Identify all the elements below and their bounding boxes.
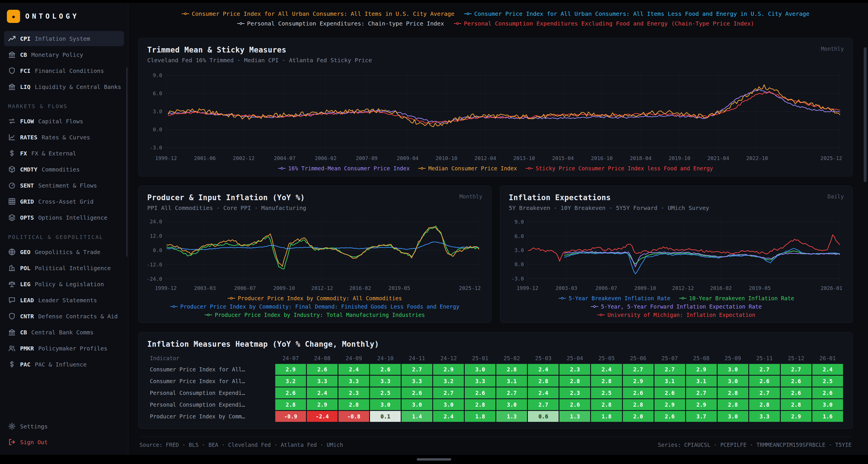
heatmap-cell: 3.1 [496,376,527,387]
heatmap-cell: 2.9 [686,364,717,375]
heatmap-col-header: 26-01 [812,353,843,363]
heatmap-cell: 2.8 [591,399,622,410]
svg-text:2016-10: 2016-10 [591,155,613,161]
heatmap-cell: 2.5 [370,388,401,398]
heatmap-table: Indicator24-0724-0824-0924-1024-1124-122… [147,353,844,423]
chart-canvas-trimmed-sticky[interactable]: 9.06.03.00.0-3.01999-122001-062002-12200… [147,68,844,162]
sidebar-item-cb-central-bank-comms[interactable]: CBCentral Bank Comms [4,325,124,340]
legend-item[interactable]: Producer Price Index by Commodity: All C… [228,295,402,301]
series-line [167,226,479,269]
chart-canvas-producer-input[interactable]: 24.012.00.0-12.0-24.01999-122003-032006-… [147,216,483,292]
heatmap-row: Personal Consumption Expendi…2.62.42.32.… [148,388,843,398]
legend-item[interactable]: 5-Year Breakeven Inflation Rate [559,295,671,301]
legend-item[interactable]: Personal Consumption Expenditures Exclud… [454,20,754,27]
bottom-bar [0,455,868,464]
sidebar-item-pac-pac-influence[interactable]: PACPAC & Influence [4,357,124,372]
item-code: RATES [20,134,37,141]
legend-item[interactable]: Consumer Price Index for All Urban Consu… [182,10,454,17]
sidebar-item-grid-cross-asset-grid[interactable]: GRIDCross-Asset Grid [4,194,124,209]
heatmap-cell: 2.9 [781,411,811,422]
section-header: POLITICAL & GEOPOLITICAL [4,226,124,243]
svg-text:2012-04: 2012-04 [474,155,496,161]
home-indicator[interactable] [417,458,451,461]
series-line [168,85,840,127]
heatmap-row: Consumer Price Index for All…2.92.62.42.… [148,364,843,375]
sidebar-item-opts-options-intelligence[interactable]: OPTSOptions Intelligence [4,210,124,225]
sidebar-item-cmdty-commodities[interactable]: CMDTYCommodities [4,162,124,177]
sidebar-item-cntr-defense-contracts-aid[interactable]: CNTRDefense Contracts & Aid [4,308,124,324]
bank-icon [8,328,16,336]
legend-item[interactable]: Median Consumer Price Index [418,165,517,171]
legend-item[interactable]: 10-Year Breakeven Inflation Rate [679,295,794,301]
heatmap-col-header: 25-11 [749,353,780,363]
heatmap-cell: 2.8 [275,399,306,410]
item-code: CB [20,51,27,58]
chart-legend: 16% Trimmed-Mean Consumer Price IndexMed… [147,165,844,171]
layers-icon [8,213,16,221]
heatmap-col-header: Indicator [148,353,274,363]
svg-text:2006-07: 2006-07 [595,285,617,291]
sidebar-item-geo-geopolitics-trade[interactable]: GEOGeopolitics & Trade [4,244,124,260]
sidebar-item-lead-leader-statements[interactable]: LEADLeader Statements [4,293,124,308]
sidebar-item-cpi-inflation-system[interactable]: CPIInflation System [4,31,124,46]
heatmap-cell: 2.6 [654,388,685,398]
heatmap-title: Inflation Measures Heatmap (YoY % Change… [147,340,844,349]
sidebar-item-settings[interactable]: Settings [4,419,124,434]
heatmap-cell: 2.7 [749,388,780,398]
legend-marker-icon [228,297,235,300]
sidebar-item-pol-political-intelligence[interactable]: POLPolitical Intelligence [4,260,124,275]
series-line [167,227,479,266]
sidebar-item-flow-capital-flows[interactable]: FLOWCapital Flows [4,113,124,129]
svg-text:1999-12: 1999-12 [155,285,177,291]
legend-marker-icon [418,167,426,170]
sidebar-scrollbar[interactable] [126,67,127,257]
sidebar-item-leg-policy-legislation[interactable]: LEGPolicy & Legislation [4,276,124,292]
legend-item[interactable]: Consumer Price Index for All Urban Consu… [464,10,809,17]
panel-header: Inflation Expectations 5Y Breakeven · 10… [509,193,844,211]
legend-item[interactable]: Producer Price Index by Industry: Total … [205,312,425,318]
legend-item[interactable]: University of Michigan: Inflation Expect… [597,312,755,318]
chart-legend: 5-Year Breakeven Inflation Rate10-Year B… [509,295,844,318]
sidebar-item-sent-sentiment-flows[interactable]: SENTSentiment & Flows [4,178,124,193]
svg-text:2026-01: 2026-01 [820,285,842,291]
item-label: Sign Out [20,439,48,445]
sidebar-item-rates-rates-curves[interactable]: RATESRates & Curves [4,130,124,145]
heatmap-cell: 2.9 [275,364,306,375]
heatmap-cell: 0.6 [528,411,559,422]
heatmap-cell: 2.6 [781,388,811,398]
heatmap-col-header: 25-12 [781,353,811,363]
chart-row: Producer & Input Inflation (YoY %) PPI A… [138,186,853,323]
heatmap-cell: 2.8 [465,399,495,410]
legend-marker-icon [464,12,472,15]
legend-item[interactable]: 5-Year, 5-Year Forward Inflation Expecta… [591,303,762,310]
legend-item[interactable]: 16% Trimmed-Mean Consumer Price Index [278,165,410,171]
legend-item[interactable]: Sticky Price Consumer Price Index less F… [526,165,713,171]
legend-label: Sticky Price Consumer Price Index less F… [536,165,713,171]
svg-text:2015-04: 2015-04 [552,155,574,161]
legend-label: 16% Trimmed-Mean Consumer Price Index [288,165,410,171]
sidebar-item-fci-financial-conditions[interactable]: FCIFinancial Conditions [4,63,124,78]
legend-label: Producer Price Index by Industry: Total … [215,312,425,318]
sidebar-item-cb-monetary-policy[interactable]: CBMonetary Policy [4,47,124,62]
sidebar-item-sign-out[interactable]: Sign Out [4,434,124,450]
sidebar-item-liq-liquidity-central-banks[interactable]: LIQLiquidity & Central Banks [4,79,124,94]
item-code: SENT [20,182,34,189]
main-scrollbar-thumb[interactable] [864,47,867,182]
heatmap-cell: 1.6 [812,411,843,422]
trend-icon [8,35,16,42]
heatmap-cell: 2.8 [559,376,590,387]
svg-text:0.0: 0.0 [515,261,524,267]
grid-icon [8,198,16,205]
dollar-icon [8,150,16,157]
sidebar-item-fx-fx-external[interactable]: FXFX & External [4,146,124,161]
chart-canvas-inflation-expectations[interactable]: 9.06.03.00.0-3.01999-122003-032006-07200… [509,216,844,292]
building-icon [8,264,16,272]
legend-item[interactable]: Personal Consumption Expenditures: Chain… [237,20,444,27]
item-label: Liquidity & Central Banks [35,84,121,90]
heatmap-cell: 2.0 [623,411,654,422]
legend-item[interactable]: Producer Price Index by Commodity: Final… [170,303,459,310]
app-logo: ◆ ONTOLOGY [4,9,124,31]
sidebar-item-pmkr-policymaker-profiles[interactable]: PMKRPolicymaker Profiles [4,341,124,356]
heatmap-col-header: 25-06 [623,353,654,363]
item-label: Cross-Asset Grid [38,198,94,205]
